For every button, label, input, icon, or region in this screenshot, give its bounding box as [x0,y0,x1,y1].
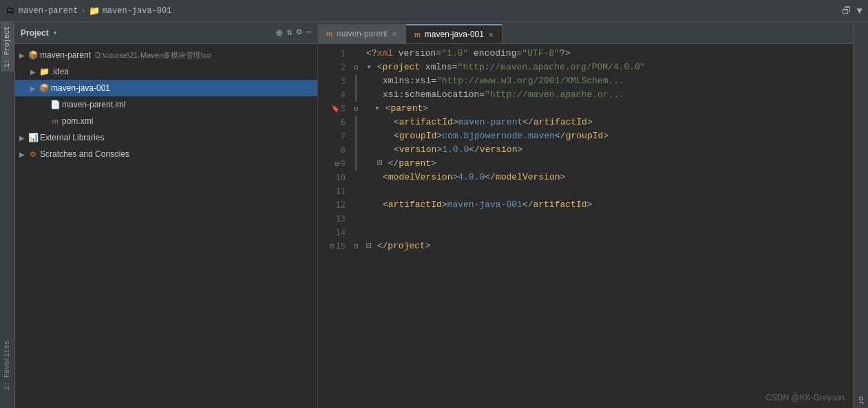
tree-label-iml: maven-parent.iml [62,100,126,109]
restore-button[interactable]: 🗗 [842,6,851,17]
line-numbers: 1 2 3 4 🔖 5 6 7 8 ⊟ 9 10 11 12 13 1 [318,44,351,408]
editor-tab-maven-parent[interactable]: m maven-parent ✕ [318,24,406,43]
code-editor[interactable]: 1 2 3 4 🔖 5 6 7 8 ⊟ 9 10 11 12 13 1 [318,44,853,408]
ver-val: 1.0.0 [442,144,469,155]
gid-open: < [394,131,399,141]
tree-item-idea[interactable]: ▶ 📁 .idea [15,63,317,80]
art2-open: < [383,200,388,210]
code-line-7: <groupId>com.bjpowernode.maven</groupId> [366,129,853,143]
code-line-9: ⊟ </parent> [366,157,853,171]
tab-icon-parent: m [326,30,332,38]
art-close-tag: artifactId [533,117,587,127]
line-num-9: ⊟ 9 [335,157,346,171]
pi-val2: "UTF-8" [522,48,560,58]
fold-gutter: ⊟ ⊟ [351,44,361,408]
fold-marker-2[interactable]: ⊟ [354,63,358,72]
mv-close-open: </ [485,172,496,182]
tab-label-java001: maven-java-001 [425,30,484,39]
title-separator: › [81,6,85,16]
right-panel-or[interactable]: or [857,396,865,405]
tab-close-java001[interactable]: ✕ [488,31,494,39]
code-content: <?xml version="1.0" encoding="UTF-8"?> ▾… [361,44,853,408]
editor-tabs: m maven-parent ✕ m maven-java-001 ✕ [318,22,853,44]
xmlns-xsi-val: "http://www.w3.org/2001/XMLSchem... [436,76,624,86]
art-val: maven-parent [458,117,523,127]
pi-val1: "1.0" [441,48,468,58]
sidebar-settings-button[interactable]: ⚙ [297,26,302,40]
proj-tag: project [382,62,420,72]
editor-tab-maven-java-001[interactable]: m maven-java-001 ✕ [406,24,502,43]
ver-close-end: > [517,144,522,155]
tree-item-iml[interactable]: ▶ 📄 maven-parent.iml [15,96,317,113]
project-icon: 🗂 [6,6,14,16]
mv-close-tag: modelVersion [496,172,560,182]
ver-open: < [394,144,399,155]
art2-tag: artifactId [388,200,442,210]
code-line-12: <artifactId>maven-java-001</artifactId> [366,198,853,212]
tree-item-external-libs[interactable]: ▶ 📊 External Libraries [15,129,317,146]
fold-marker-5[interactable]: ⊟ [354,105,358,113]
code-line-6: <artifactId>maven-parent</artifactId> [366,116,853,129]
fold-icon-15[interactable]: ⊟ [330,239,335,253]
tree-item-maven-java-001[interactable]: ▶ 📦 maven-java-001 [15,80,317,96]
project-vertical-tab[interactable]: 1: Project [1,22,14,72]
folder-icon: 📁 [89,6,100,17]
gid-close-tag: groupId [566,131,604,141]
project-name: maven-parent [19,6,78,16]
line-num-14: 14 [336,226,346,239]
ver-close-tag: version [480,144,518,155]
gid-close-open: </ [555,131,566,141]
line-num-7: 7 [341,129,346,143]
project-tree: ▶ 📦 maven-parent D:\course\21-Maven多模块管理… [15,44,317,408]
code-line-15: ⊟ </project> [366,239,853,253]
gid-val: com.bjpowernode.maven [442,131,555,141]
tree-arrow-maven-java-001: ▶ [29,85,37,92]
module-icon-java001: 📦 [39,83,50,94]
art2-val: maven-java-001 [447,200,522,210]
mv-open: < [383,172,388,182]
tree-item-maven-parent[interactable]: ▶ 📦 maven-parent D:\course\21-Maven多模块管理… [15,47,317,63]
xsi-schema-val: "http://maven.apache.or... [485,89,624,100]
collapse-button[interactable]: ▼ [857,6,862,17]
sidebar-add-button[interactable]: ⊕ [276,26,283,40]
gid-tag: groupId [399,131,437,141]
pom-icon: m [50,116,61,127]
tree-path-maven-parent: D:\course\21-Maven多模块管理\co [95,50,211,61]
folder-icon-idea: 📁 [39,66,50,77]
line-num-1: 1 [341,47,346,61]
external-libs-icon: 📊 [28,132,39,143]
art-open-end: > [453,117,458,127]
sidebar-dropdown-icon[interactable]: ▾ [53,28,58,37]
sidebar-sort-button[interactable]: ⇅ [286,26,292,40]
code-line-13 [366,212,853,226]
iml-icon: 📄 [50,99,61,110]
mv-tag: modelVersion [388,172,453,182]
proj-close-open: </ [377,241,388,251]
scratches-icon: ⚙ [28,149,39,160]
tree-item-pom[interactable]: ▶ m pom.xml [15,113,317,129]
art-open: < [394,117,399,127]
proj-close-tag: project [388,241,425,251]
pi-close: ?> [560,48,571,58]
tree-item-scratches[interactable]: ▶ ⚙ Scratches and Consoles [15,146,317,162]
line-num-10: 10 [336,171,346,184]
right-panel: or [853,22,868,408]
editor-area: m maven-parent ✕ m maven-java-001 ✕ 1 2 … [318,22,853,408]
code-line-11 [366,184,853,198]
sidebar-collapse-button[interactable]: — [306,26,312,40]
sidebar: Project ▾ ⊕ ⇅ ⚙ — ▶ 📦 maven-parent D:\co… [15,22,318,408]
ver-tag: version [399,144,437,155]
mv-val: 4.0.0 [458,172,485,182]
tab-close-parent[interactable]: ✕ [392,30,397,38]
ver-close-open: </ [469,144,480,155]
favorites-vertical-tab[interactable]: 2: Favorites [1,336,14,394]
code-line-1: <?xml version="1.0" encoding="UTF-8"?> [366,47,853,61]
parent-open-end: > [423,103,428,114]
fold-icon-9[interactable]: ⊟ [335,157,339,171]
fold-arrow-2: ▾ [366,62,377,72]
watermark: CSDN @KK-Greyson [765,393,845,402]
proj-close-end: > [425,241,431,251]
parent-close-open: </ [388,158,399,169]
fold-marker-15[interactable]: ⊟ [354,242,358,250]
sidebar-header-actions: ⊕ ⇅ ⚙ — [276,26,312,40]
